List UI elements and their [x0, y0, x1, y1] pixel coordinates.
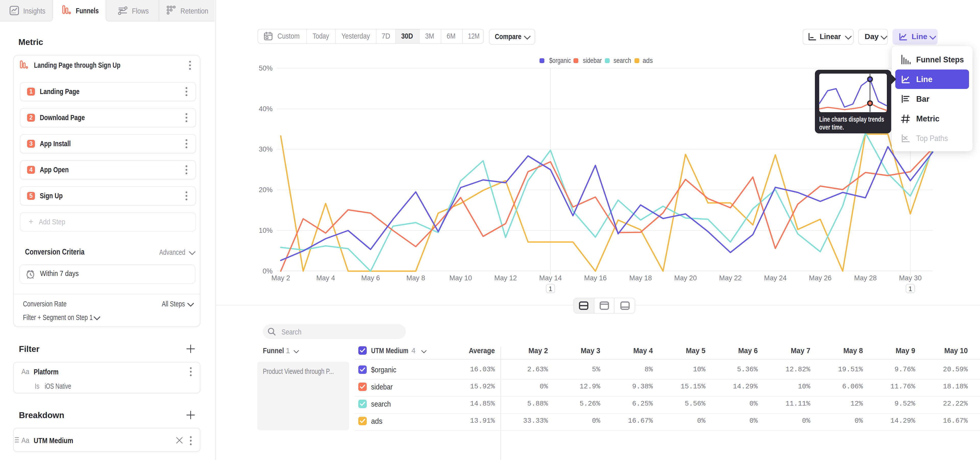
svg-text:10%: 10%	[259, 227, 272, 234]
svg-text:0%: 0%	[262, 267, 272, 275]
svg-text:ads: ads	[643, 57, 653, 64]
svg-text:$organic: $organic	[549, 57, 571, 64]
svg-text:May 20: May 20	[674, 274, 697, 282]
svg-text:May 22: May 22	[719, 274, 742, 282]
svg-text:May 12: May 12	[494, 274, 517, 282]
svg-text:sidebar: sidebar	[583, 57, 602, 64]
svg-text:May 28: May 28	[854, 274, 877, 282]
svg-text:50%: 50%	[259, 64, 272, 72]
svg-text:May 10: May 10	[449, 274, 472, 282]
svg-text:20%: 20%	[259, 186, 272, 194]
svg-text:May 4: May 4	[316, 274, 335, 282]
svg-text:May 30: May 30	[899, 274, 922, 282]
svg-text:May 6: May 6	[361, 274, 380, 282]
svg-text:May 14: May 14	[539, 274, 562, 282]
svg-text:search: search	[614, 57, 631, 64]
svg-text:30%: 30%	[259, 145, 272, 153]
svg-text:May 8: May 8	[406, 274, 425, 282]
svg-text:May 18: May 18	[629, 274, 652, 282]
svg-text:May 2: May 2	[271, 274, 290, 282]
svg-text:40%: 40%	[259, 105, 272, 113]
svg-text:May 26: May 26	[809, 274, 832, 282]
svg-text:May 24: May 24	[764, 274, 787, 282]
svg-text:May 16: May 16	[584, 274, 607, 282]
